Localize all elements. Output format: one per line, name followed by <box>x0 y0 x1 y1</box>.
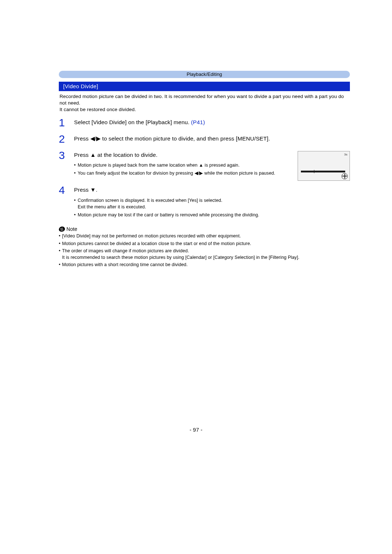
page-number: - 97 - <box>0 427 392 433</box>
section-title-bar: [Video Divide] <box>59 82 350 91</box>
step-body: Select [Video Divide] on the [Playback] … <box>74 118 350 126</box>
intro-line-1: Recorded motion picture can be divided i… <box>60 94 344 106</box>
step-1: 1 Select [Video Divide] on the [Playback… <box>59 118 350 128</box>
preview-time-label: 3s <box>344 153 347 156</box>
step-text: Press ◀/▶ to select the motion picture t… <box>74 135 270 142</box>
step-number: 2 <box>59 134 74 144</box>
intro-line-2: It cannot be restored once divided. <box>60 107 136 112</box>
step-body: Press ▼. Confirmation screen is displaye… <box>74 186 350 220</box>
step-number: 1 <box>59 117 74 128</box>
step-number: 3 <box>59 150 74 161</box>
page-content: Playback/Editing [Video Divide] Recorded… <box>59 71 350 269</box>
step-4: 4 Press ▼. Confirmation screen is displa… <box>59 186 350 220</box>
bullet-item: Motion picture may be lost if the card o… <box>74 212 350 218</box>
step-2: 2 Press ◀/▶ to select the motion picture… <box>59 135 350 144</box>
step-text: Press ▲ at the location to divide. <box>74 152 158 158</box>
step-body: Press ◀/▶ to select the motion picture t… <box>74 135 350 143</box>
breadcrumb-bar: Playback/Editing <box>59 71 350 78</box>
page-reference-link[interactable]: (P41) <box>191 119 205 125</box>
section-title: [Video Divide] <box>63 83 98 89</box>
step-sub-bullets: Motion picture is played back from the s… <box>74 162 292 176</box>
note-header: Note <box>59 226 350 232</box>
steps-list: 1 Select [Video Divide] on the [Playback… <box>59 118 350 220</box>
note-item: [Video Divide] may not be performed on m… <box>59 233 350 240</box>
bullet-item: You can finely adjust the location for d… <box>74 170 292 176</box>
step-text: Press ▼. <box>74 187 97 193</box>
step-3: 3 Press ▲ at the location to divide. Mot… <box>59 151 350 178</box>
preview-progress-bar <box>301 171 345 172</box>
note-item: Motion pictures cannot be divided at a l… <box>59 241 350 247</box>
video-preview-diagram: 3s <box>298 151 350 181</box>
note-bullets: [Video Divide] may not be performed on m… <box>59 233 350 268</box>
intro-text: Recorded motion picture can be divided i… <box>60 93 349 113</box>
note-icon <box>58 226 65 232</box>
step-number: 4 <box>59 185 74 196</box>
bullet-item: Confirmation screen is displayed. It is … <box>74 197 350 210</box>
dpad-icon <box>342 173 348 179</box>
note-label: Note <box>66 226 77 232</box>
step-text: Select [Video Divide] on the [Playback] … <box>74 119 191 125</box>
breadcrumb-text: Playback/Editing <box>59 72 350 77</box>
bullet-item: Motion picture is played back from the s… <box>74 162 292 168</box>
note-item: Motion pictures with a short recording t… <box>59 262 350 268</box>
note-item: The order of images will change if motio… <box>59 248 350 261</box>
step-sub-bullets: Confirmation screen is displayed. It is … <box>74 197 350 218</box>
